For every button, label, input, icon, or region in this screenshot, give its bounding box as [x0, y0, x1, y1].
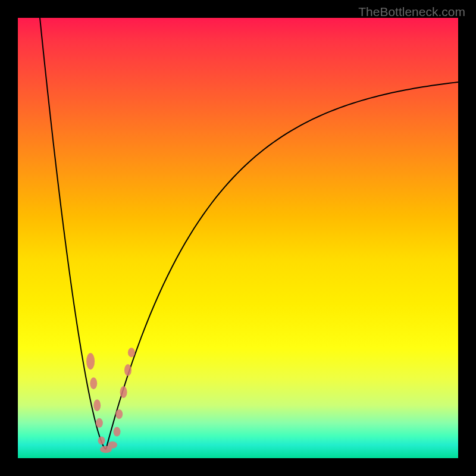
data-point-4: [98, 436, 105, 444]
data-point-7: [114, 427, 121, 437]
data-point-0: [86, 353, 95, 369]
data-point-6: [108, 441, 117, 449]
curve-group: [40, 18, 458, 449]
chart-svg: [18, 18, 458, 458]
data-point-1: [90, 377, 97, 389]
right-curve-path: [106, 82, 458, 449]
data-point-2: [93, 399, 101, 411]
watermark-text: TheBottleneck.com: [358, 5, 465, 19]
chart-plot-area: [18, 18, 458, 458]
data-points-group: [86, 347, 135, 453]
data-point-3: [96, 418, 103, 428]
data-point-10: [124, 364, 131, 376]
data-point-9: [120, 386, 127, 398]
data-point-11: [128, 347, 135, 357]
data-point-8: [115, 409, 123, 419]
